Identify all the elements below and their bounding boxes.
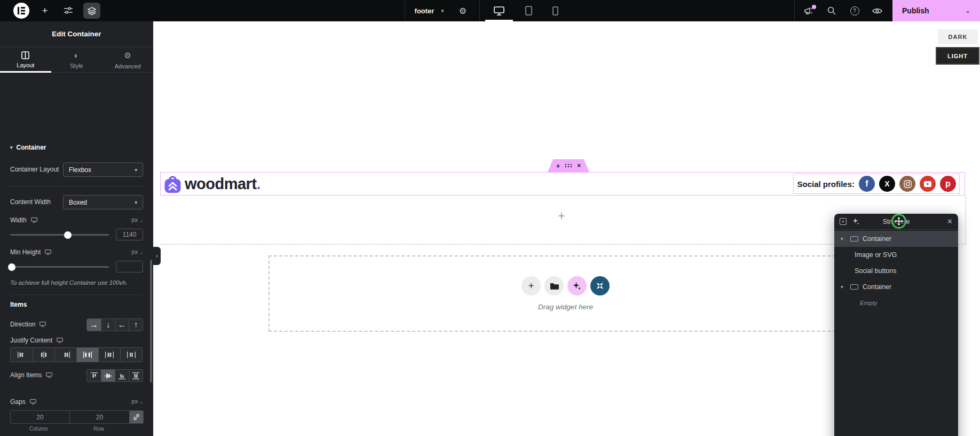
template-library-button[interactable] [544,276,564,295]
publish-split-button[interactable]: Publish ⌄ [892,0,980,21]
responsive-monitor-icon[interactable] [31,217,37,223]
justify-center-button[interactable] [33,348,54,362]
tab-advanced[interactable]: ⚙ Advanced [102,48,153,72]
direction-row-reverse-button[interactable]: ← [115,319,129,331]
device-desktop-button[interactable] [487,0,511,21]
structure-item-social-buttons[interactable]: Social buttons [834,263,958,279]
direction-column-button[interactable]: ↓ [101,319,115,331]
document-name[interactable]: footer [407,0,442,21]
panel-collapse-button[interactable]: ‹ [153,247,161,265]
link-values-button[interactable] [130,410,144,424]
add-widget-button[interactable]: + [521,276,541,295]
container-layout-label: Container Layout [10,166,59,173]
width-input[interactable] [116,229,143,240]
direction-column-reverse-button[interactable]: ↑ [129,319,143,331]
empty-container-dropzone[interactable]: + Drag widget here [268,255,863,332]
direction-row-button[interactable]: → [87,319,101,331]
site-settings-button[interactable]: ⚙ [455,0,471,21]
pinterest-icon[interactable]: p [940,176,956,192]
theme-dark-button[interactable]: DARK [938,29,978,44]
site-logo[interactable]: woodmart. [164,175,260,193]
preview-button[interactable] [868,0,886,21]
active-device-underline [485,20,513,21]
device-mobile-button[interactable] [543,0,567,21]
gap-column-input[interactable] [10,410,70,424]
x-twitter-icon[interactable]: X [879,176,895,192]
social-buttons-widget[interactable]: Social profiles: f X p [793,174,960,194]
close-icon[interactable]: ✕ [947,217,953,225]
justify-space-between-button[interactable] [76,348,98,362]
align-stretch-button[interactable] [129,370,143,382]
sliders-icon [64,7,73,14]
responsive-monitor-icon[interactable] [57,338,63,343]
align-start-button[interactable] [87,370,101,382]
ai-builder-button[interactable] [567,276,587,295]
arrow-right-icon: → [90,320,98,330]
structure-item-container-1[interactable]: ▾ Container [834,231,958,247]
content-width-select[interactable]: Boxed ▾ [63,195,143,209]
move-cursor-icon [895,217,903,225]
responsive-monitor-icon[interactable] [45,250,51,255]
min-height-slider-handle[interactable] [8,263,15,271]
min-height-unit-select[interactable]: px ⌄ [132,248,143,255]
panel-scrollbar[interactable] [150,260,152,383]
container-handle[interactable]: + × [548,159,589,172]
youtube-icon[interactable] [920,176,936,192]
publish-button[interactable]: Publish [902,6,929,15]
width-unit-select[interactable]: px ⌄ [132,216,143,223]
justify-end-button[interactable] [54,348,76,362]
responsive-monitor-icon[interactable] [30,399,36,404]
mobile-icon [552,6,558,15]
justify-start-button[interactable] [11,348,33,362]
device-tablet-button[interactable] [517,0,540,21]
chevron-down-icon[interactable]: ▾ [841,236,846,242]
min-height-slider[interactable] [10,266,109,268]
structure-item-empty[interactable]: Empty [834,295,958,311]
width-slider[interactable] [10,234,109,236]
gap-row-input[interactable] [70,410,130,424]
search-icon [827,6,836,15]
templates-kit-button[interactable] [590,276,610,295]
instagram-icon[interactable] [899,176,915,192]
tab-layout[interactable]: Layout [0,48,51,72]
dock-panel-icon[interactable]: ▾ [840,218,847,225]
structure-item-image-or-svg[interactable]: Image or SVG [834,247,958,263]
chevron-down-icon: ▾ [10,145,13,150]
section-container-toggle[interactable]: ▾ Container [10,144,143,151]
panel-title: Edit Container [52,30,101,38]
responsive-monitor-icon[interactable] [39,322,46,327]
responsive-monitor-icon[interactable] [46,372,52,378]
help-icon: ? [850,6,859,15]
gaps-unit-select[interactable]: px ⌄ [132,398,143,404]
theme-light-button[interactable]: LIGHT [936,47,979,65]
selected-footer-container[interactable]: woodmart. Social profiles: f X p [160,172,965,196]
justify-space-around-button[interactable] [98,348,120,362]
add-element-button[interactable]: + [37,0,52,21]
help-button[interactable]: ? [846,0,863,21]
width-slider-handle[interactable] [64,231,72,239]
handle-close-icon[interactable]: × [577,162,581,169]
arrow-up-icon: ↑ [134,320,138,330]
document-switch-chevron-icon[interactable]: ▾ [438,0,447,21]
align-end-button[interactable] [115,370,129,382]
control-min-height: Min Height px ⌄ [10,248,143,256]
align-center-button[interactable] [101,370,115,382]
structure-toggle-button[interactable] [83,3,100,19]
tab-style[interactable]: ◐ Style [51,48,102,72]
justify-space-evenly-button[interactable] [120,348,142,362]
handle-add-icon[interactable]: + [556,162,560,170]
container-layout-select[interactable]: Flexbox ▾ [63,162,143,177]
elementor-logo[interactable] [12,0,31,21]
ai-sparkle-icon[interactable] [852,218,859,225]
facebook-icon[interactable]: f [859,176,875,192]
chevron-down-icon[interactable]: ▾ [841,284,846,290]
whats-new-button[interactable] [800,0,818,21]
settings-sliders-button[interactable] [61,0,76,21]
handle-drag-icon[interactable] [565,164,572,168]
finder-search-button[interactable] [823,0,840,21]
min-height-input[interactable] [116,261,143,272]
structure-item-container-2[interactable]: ▾ Container [834,279,958,295]
edit-panel: Edit Container Layout ◐ Style ⚙ Advanced… [0,21,153,436]
add-section-button[interactable]: + [556,209,567,223]
publish-options-chevron-icon[interactable]: ⌄ [965,7,970,14]
